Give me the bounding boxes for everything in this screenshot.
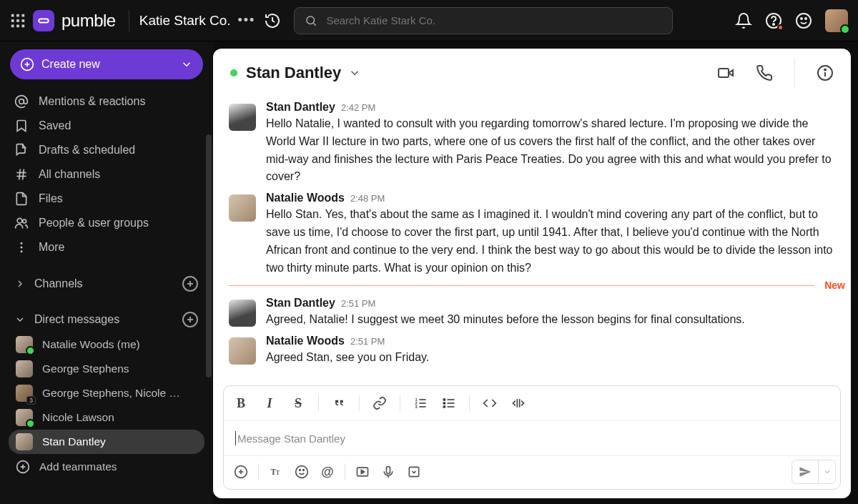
app-logo[interactable]: [33, 10, 54, 31]
search-input[interactable]: [326, 14, 662, 26]
strike-button[interactable]: S: [285, 390, 311, 416]
topbar-left: pumble Katie Stark Co. •••: [10, 10, 281, 31]
search-box[interactable]: [294, 7, 673, 34]
dm-avatar: [16, 433, 33, 450]
message-avatar[interactable]: [229, 300, 256, 327]
message-author[interactable]: Natalie Woods: [266, 335, 345, 347]
svg-point-20: [19, 99, 24, 104]
message-author[interactable]: Stan Dantley: [266, 101, 335, 114]
audio-clip-button[interactable]: [375, 459, 401, 485]
message-avatar[interactable]: [229, 194, 256, 222]
message-avatar[interactable]: [229, 104, 256, 131]
dm-item[interactable]: George Stephens: [9, 357, 204, 381]
message: Stan Dantley2:51 PMAgreed, Natalie! I su…: [229, 292, 845, 330]
italic-button[interactable]: I: [257, 390, 282, 416]
divider: [359, 395, 360, 411]
hash-icon: [14, 167, 29, 182]
attach-button[interactable]: [228, 459, 254, 485]
section-channels[interactable]: Channels: [6, 268, 207, 297]
code-button[interactable]: [477, 390, 503, 416]
add-dm-icon[interactable]: [182, 311, 199, 328]
unordered-list-button[interactable]: [436, 390, 462, 416]
send-options-button[interactable]: [818, 460, 835, 483]
dm-name: Natalie Woods (me): [42, 338, 140, 351]
nav-more[interactable]: More: [6, 235, 207, 260]
svg-rect-39: [719, 69, 729, 77]
send-button[interactable]: [792, 460, 818, 483]
chevron-right-icon: [14, 278, 26, 290]
org-name[interactable]: Katie Stark Co.: [139, 13, 231, 29]
svg-point-53: [443, 399, 445, 401]
divider: [400, 395, 400, 411]
video-call-icon[interactable]: [717, 64, 734, 81]
nav-all-channels[interactable]: All channels: [6, 162, 207, 187]
shortcuts-button[interactable]: [401, 459, 427, 485]
message-author[interactable]: Stan Dantley: [266, 297, 335, 310]
message-time: 2:48 PM: [350, 193, 385, 204]
dm-avatar: [16, 336, 33, 353]
nav-drafts[interactable]: Drafts & scheduled: [6, 138, 207, 162]
composer-action-toolbar: TT @: [224, 455, 840, 489]
composer: B I S 123 Message Stan Dantley: [223, 385, 841, 490]
emoji-icon[interactable]: [795, 12, 812, 29]
section-dms[interactable]: Direct messages: [6, 304, 207, 332]
code-block-button[interactable]: [506, 390, 531, 416]
svg-line-11: [314, 23, 316, 25]
svg-point-13: [773, 24, 774, 25]
dm-item[interactable]: George Stephens, Nicole …: [9, 381, 204, 405]
add-channel-icon[interactable]: [182, 275, 199, 292]
divider: [258, 464, 259, 480]
voice-call-icon[interactable]: [756, 64, 773, 81]
nav-people[interactable]: People & user groups: [6, 211, 207, 235]
chevron-down-icon[interactable]: [348, 66, 361, 79]
quote-button[interactable]: [326, 390, 352, 416]
app-switcher-icon[interactable]: [10, 13, 26, 29]
composer-input[interactable]: Message Stan Dantley: [224, 421, 840, 455]
dm-name: Nicole Lawson: [42, 411, 114, 424]
new-messages-divider: New: [229, 280, 845, 291]
conversation-title[interactable]: Stan Dantley: [246, 64, 341, 82]
nav-label: Saved: [39, 119, 71, 132]
info-icon[interactable]: [817, 64, 834, 81]
create-new-button[interactable]: Create new: [10, 49, 203, 79]
mention-button[interactable]: @: [315, 459, 340, 485]
divider: [794, 59, 795, 87]
notifications-icon[interactable]: [735, 12, 752, 29]
dm-item[interactable]: Natalie Woods (me): [9, 332, 204, 357]
conversation-panel: Stan Dantley Stan Dantley2:42 PMHello Na…: [213, 49, 851, 498]
dm-item[interactable]: Stan Dantley: [9, 430, 204, 454]
presence-indicator: [230, 69, 237, 76]
section-label: Direct messages: [34, 313, 119, 326]
current-user-avatar[interactable]: [825, 9, 848, 32]
sidebar-scrollbar[interactable]: [206, 134, 212, 377]
message-avatar[interactable]: [229, 337, 256, 365]
help-icon[interactable]: [765, 12, 782, 29]
svg-text:T: T: [276, 470, 280, 476]
svg-line-24: [23, 169, 24, 180]
emoji-picker-button[interactable]: [289, 459, 315, 485]
video-clip-button[interactable]: [350, 459, 375, 485]
svg-point-64: [300, 470, 301, 471]
svg-point-54: [443, 402, 445, 405]
message-time: 2:51 PM: [350, 336, 385, 347]
formatting-toggle-button[interactable]: TT: [263, 459, 289, 485]
nav-label: Files: [39, 192, 63, 205]
nav-files[interactable]: Files: [6, 187, 207, 211]
chevron-down-icon: [180, 58, 193, 71]
dm-name: George Stephens, Nicole …: [42, 387, 180, 400]
composer-format-toolbar: B I S 123: [224, 386, 840, 421]
divider: [469, 395, 470, 411]
conversation-actions: [717, 59, 834, 87]
dm-item[interactable]: Nicole Lawson: [9, 405, 204, 430]
add-teammates-button[interactable]: Add teammates: [6, 454, 207, 480]
org-menu-icon[interactable]: •••: [238, 13, 256, 28]
nav-saved[interactable]: Saved: [6, 114, 207, 138]
link-button[interactable]: [367, 390, 393, 416]
message-author[interactable]: Natalie Woods: [266, 192, 345, 204]
bold-button[interactable]: B: [228, 390, 254, 416]
nav-label: People & user groups: [39, 217, 149, 229]
ordered-list-button[interactable]: 123: [408, 390, 433, 416]
svg-rect-7: [16, 24, 19, 27]
nav-mentions[interactable]: Mentions & reactions: [6, 89, 207, 114]
history-icon[interactable]: [264, 12, 281, 29]
